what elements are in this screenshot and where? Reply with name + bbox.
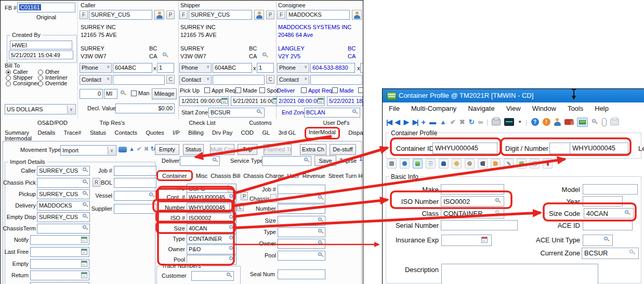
chevron-down-icon[interactable]: ∨ xyxy=(228,185,235,192)
ace-unit-type-search-icon[interactable] xyxy=(603,236,610,243)
consignee-f-button[interactable]: F xyxy=(277,10,285,19)
menu-file[interactable]: File xyxy=(389,105,400,115)
tab-3rd-gl[interactable]: 3rd GL xyxy=(279,130,296,139)
shipper-phone-field[interactable]: 604ABC xyxy=(213,63,252,73)
tab-intermodal[interactable]: InterModal xyxy=(305,127,340,139)
container-card-icon[interactable] xyxy=(413,159,423,169)
chassis-t-button[interactable]: T xyxy=(229,203,236,211)
deliver-to-field[interactable]: 5/22/2021 18:0 xyxy=(327,96,363,106)
bill-to-radio-other[interactable] xyxy=(38,70,43,75)
help-icon[interactable]: ? xyxy=(531,118,539,126)
insurance-exp-calendar-icon[interactable] xyxy=(481,237,488,243)
last-record-icon[interactable]: ▶| xyxy=(413,118,418,126)
serial-number-field[interactable] xyxy=(441,220,518,230)
delete-record-icon[interactable]: ▬ xyxy=(429,118,436,126)
last-free-field[interactable] xyxy=(30,247,89,257)
shipper-id-field[interactable]: SURREY_CUS xyxy=(189,10,252,20)
confirm-icon[interactable]: ✔ xyxy=(450,118,456,126)
size-search-icon[interactable] xyxy=(229,225,235,231)
tab-details[interactable]: Details xyxy=(38,130,56,139)
caller-id-field[interactable]: SURREY_CUS xyxy=(89,10,152,20)
man-checkbox[interactable] xyxy=(131,91,137,96)
bill-to-option[interactable]: Consignee xyxy=(13,80,41,86)
return-field[interactable] xyxy=(30,270,89,280)
container-profile-icon[interactable] xyxy=(577,118,588,127)
up-icon[interactable]: ▲ xyxy=(440,118,446,126)
key-icon[interactable] xyxy=(478,159,488,169)
distance-field[interactable]: 0 xyxy=(80,89,103,99)
de-stuff-button[interactable]: De-stuff xyxy=(330,144,356,155)
title-bar[interactable]: Container Profile @ TM2021R [TMWIN - CD] xyxy=(383,89,644,102)
chs-type-search-icon[interactable] xyxy=(318,228,324,235)
last-free-calendar-icon[interactable] xyxy=(81,249,87,255)
eta-field[interactable] xyxy=(30,282,89,284)
shipper-c-button[interactable]: C xyxy=(266,75,274,84)
consignee-contact-person-icon[interactable] xyxy=(352,10,362,20)
shipper-search-icon[interactable] xyxy=(262,52,269,59)
shipper-contact-person-icon[interactable] xyxy=(254,10,264,20)
save-button[interactable]: Save xyxy=(314,156,336,166)
deliver-spot-checkbox[interactable] xyxy=(358,87,363,93)
type-search-icon[interactable] xyxy=(229,235,235,242)
bill-to-radio-caller[interactable] xyxy=(6,70,11,75)
copy-icon[interactable] xyxy=(530,159,540,169)
shipper-contact-field[interactable] xyxy=(213,75,265,85)
planned-trip-button[interactable]: Planned Trip xyxy=(264,144,292,155)
caller-phone-combo[interactable]: Phone xyxy=(80,63,112,73)
model-field[interactable] xyxy=(583,184,638,195)
pickup-made-checkbox[interactable] xyxy=(235,87,241,93)
deliver-from-calendar-icon[interactable] xyxy=(318,98,324,104)
caller-contact-field[interactable] xyxy=(113,75,165,85)
chassis-small-button[interactable] xyxy=(270,194,277,202)
truck-icon[interactable] xyxy=(564,119,573,125)
pickup-appt-req-checkbox[interactable] xyxy=(204,87,210,93)
size-code-search-icon[interactable] xyxy=(624,210,631,216)
vault-icon[interactable] xyxy=(387,159,397,169)
delivery-search-icon[interactable] xyxy=(212,157,219,164)
tab-revenue[interactable]: Revenue xyxy=(303,171,325,179)
add-record-icon[interactable]: + xyxy=(421,118,426,126)
chs-number-field[interactable] xyxy=(278,204,325,214)
shipper-phone-combo[interactable]: Phone xyxy=(179,63,212,73)
currency-select[interactable]: US DOLLARS ∨ xyxy=(5,104,76,114)
tab-gl[interactable]: GL xyxy=(262,130,270,139)
first-record-icon[interactable]: |◀ xyxy=(386,118,391,126)
current-zone-search-icon[interactable] xyxy=(629,249,636,256)
confirm-icon[interactable]: ✔ xyxy=(137,146,141,152)
trace-customer-search-icon[interactable] xyxy=(226,272,233,279)
tab-quotes[interactable]: Quotes xyxy=(146,130,164,139)
consignee-contact-combo[interactable]: Contact xyxy=(277,75,309,85)
driver-icon[interactable] xyxy=(554,118,561,126)
caller-ext-field[interactable]: 1 xyxy=(157,63,174,73)
consignee-contact-field[interactable] xyxy=(310,75,362,85)
tab-drv-pay[interactable]: Drv Pay xyxy=(212,130,232,139)
movement-type-select[interactable]: Import ∨ xyxy=(60,145,116,156)
notify-calendar-icon[interactable] xyxy=(81,237,87,243)
alert-icon[interactable]: ! xyxy=(543,118,550,126)
caller-phone-field[interactable]: 604ABC xyxy=(113,63,152,73)
next-record-icon[interactable]: ▶ xyxy=(404,118,409,126)
tab-chassis-charge[interactable]: Chassis Charge xyxy=(243,171,284,179)
card-icon[interactable] xyxy=(517,159,527,169)
tab-cod[interactable]: COD xyxy=(241,130,254,139)
tab-billing[interactable]: Billing xyxy=(188,130,203,139)
prev-record-icon[interactable]: ◀ xyxy=(395,118,400,126)
bill-to-radio-consignee[interactable] xyxy=(6,81,11,86)
report-icon[interactable] xyxy=(426,159,436,169)
empty-date-calendar-icon[interactable] xyxy=(81,261,87,267)
seal-num-field[interactable] xyxy=(278,269,325,279)
tab-misc[interactable]: Misc xyxy=(196,171,208,179)
owner-search-icon[interactable] xyxy=(229,246,235,252)
multi-cont-button[interactable]: Multi Cont xyxy=(210,144,234,155)
shipper-ext-field[interactable]: 1 xyxy=(257,63,274,73)
mileage-button[interactable]: Mileage xyxy=(152,88,177,99)
chs-chassis-search-icon[interactable] xyxy=(318,195,324,201)
consignee-phone-combo[interactable]: Phone xyxy=(277,63,309,73)
tab-osd-pod[interactable]: OS&D/POD xyxy=(37,120,68,126)
move-up-icon[interactable]: ▲ xyxy=(129,146,135,152)
tab-user[interactable]: User xyxy=(287,171,299,179)
deliver-made-checkbox[interactable] xyxy=(332,87,338,93)
chs-size-search-icon[interactable] xyxy=(318,217,324,224)
consignee-id-field[interactable]: MADDOCKS xyxy=(286,10,350,20)
id-empty-disp-search-icon[interactable] xyxy=(82,213,89,220)
